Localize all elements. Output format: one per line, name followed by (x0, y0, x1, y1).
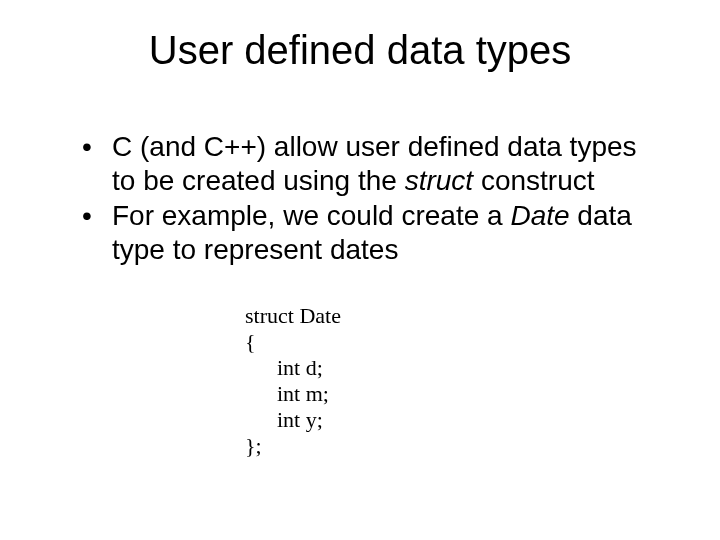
code-line: int m; (245, 381, 341, 407)
bullet-text: For example, we could create a (112, 200, 510, 231)
bullet-list: C (and C++) allow user defined data type… (78, 130, 658, 266)
code-line: }; (245, 433, 341, 459)
code-line: int y; (245, 407, 341, 433)
slide-title: User defined data types (0, 28, 720, 73)
slide-body: C (and C++) allow user defined data type… (78, 130, 658, 268)
slide: User defined data types C (and C++) allo… (0, 0, 720, 540)
bullet-emphasis: struct (405, 165, 473, 196)
bullet-item: For example, we could create a Date data… (78, 199, 658, 266)
code-line: int d; (245, 355, 341, 381)
bullet-emphasis: Date (510, 200, 569, 231)
bullet-item: C (and C++) allow user defined data type… (78, 130, 658, 197)
code-line: { (245, 329, 341, 355)
code-block: struct Date { int d; int m; int y; }; (245, 303, 341, 459)
bullet-text: construct (473, 165, 594, 196)
code-line: struct Date (245, 303, 341, 329)
